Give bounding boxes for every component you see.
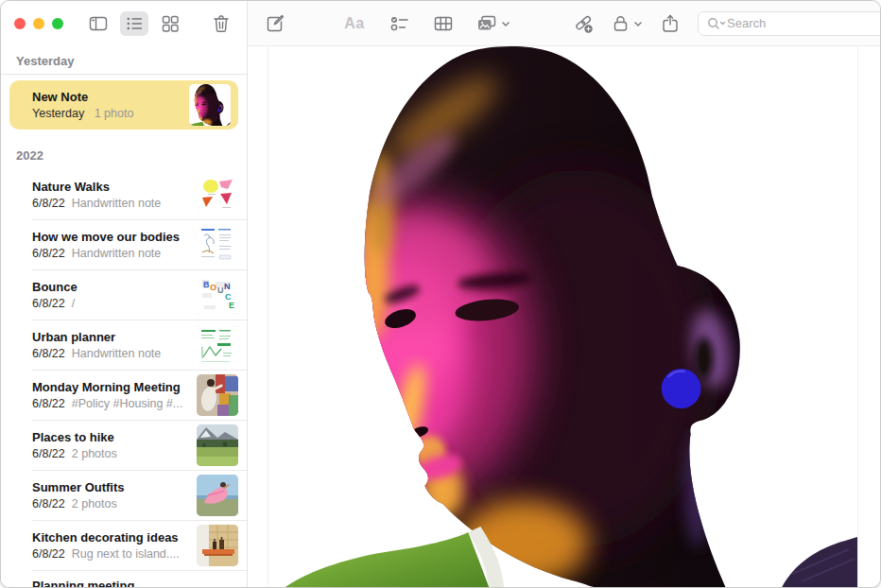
traffic-lights <box>14 18 63 29</box>
note-date: Yesterday <box>32 107 84 120</box>
note-title: How we move our bodies <box>32 230 189 245</box>
note-content-area[interactable] <box>248 46 880 587</box>
delete-note-button[interactable] <box>207 11 235 36</box>
toolbar-sidebar-section <box>1 1 248 46</box>
list-item[interactable]: Summer Outfits 6/8/222 photos <box>1 471 247 520</box>
note-thumbnail <box>189 84 231 126</box>
link-add-icon <box>572 12 595 35</box>
note-thumbnail <box>197 224 238 266</box>
compose-icon <box>264 12 286 35</box>
note-preview: Handwritten note <box>72 247 162 260</box>
thumb-letter: U <box>217 285 224 295</box>
note-thumbnail <box>197 174 238 216</box>
note-title: Summer Outfits <box>32 480 189 495</box>
portrait-photo <box>268 46 857 587</box>
note-preview: / <box>72 297 75 310</box>
list-item[interactable]: Nature Walks 6/8/22Handwritten note <box>1 170 247 219</box>
photos-icon <box>475 12 512 35</box>
note-list-sidebar: Yesterday New Note Yesterday 1 photo 202… <box>1 46 248 587</box>
table-button[interactable] <box>429 11 458 36</box>
note-preview: 2 photos <box>72 497 117 510</box>
note-preview: 2 photos <box>72 447 117 460</box>
lock-button[interactable] <box>611 11 647 36</box>
section-header: 2022 <box>1 130 247 170</box>
share-icon <box>659 12 682 35</box>
list-item[interactable]: Monday Morning Meeting 6/8/22#Policy #Ho… <box>1 371 247 420</box>
chevron-down-icon <box>503 23 509 26</box>
share-button[interactable] <box>656 11 684 36</box>
photo-attachment[interactable] <box>268 46 858 587</box>
thumb-letter: N <box>224 282 231 291</box>
note-title: Bounce <box>32 280 189 295</box>
search-icon <box>706 16 727 31</box>
toolbar: Aa <box>1 1 880 46</box>
note-title: Nature Walks <box>32 180 189 195</box>
note-preview: Rug next to island.... <box>72 547 180 561</box>
note-date: 6/8/22 <box>32 197 65 210</box>
gallery-view-icon <box>159 12 181 35</box>
list-item[interactable]: Urban planner 6/8/22Handwritten note <box>1 320 247 370</box>
section-header: Yesterday <box>1 46 247 74</box>
toolbar-note-section: Aa <box>248 1 881 46</box>
note-thumbnail <box>197 374 238 416</box>
note-title: Monday Morning Meeting <box>32 380 189 395</box>
table-icon <box>432 12 455 35</box>
format-label: Aa <box>344 15 364 32</box>
list-item[interactable]: Bounce 6/8/22/ B O U N C E <box>1 270 247 320</box>
minimize-button[interactable] <box>33 18 44 29</box>
note-preview: Handwritten note <box>72 347 162 360</box>
thumb-letter: B <box>203 280 210 289</box>
note-thumbnail: B O U N C E <box>197 274 238 316</box>
search-input[interactable] <box>727 16 881 30</box>
thumb-letter: O <box>210 283 216 292</box>
thumb-letter: E <box>229 301 234 310</box>
list-item[interactable]: Kitchen decorating ideas 6/8/22Rug next … <box>1 521 247 570</box>
add-link-button[interactable] <box>569 11 597 36</box>
note-date: 6/8/22 <box>32 447 65 460</box>
note-title: Planning meeting <box>32 579 231 587</box>
list-view-icon <box>123 12 146 35</box>
new-note-button[interactable] <box>261 11 289 36</box>
note-thumbnail <box>197 424 238 466</box>
list-item[interactable]: How we move our bodies 6/8/22Handwritten… <box>1 220 247 269</box>
note-title: Urban planner <box>32 330 189 345</box>
note-date: 6/8/22 <box>32 397 65 410</box>
close-button[interactable] <box>14 18 26 29</box>
media-button[interactable] <box>475 11 512 36</box>
search-field[interactable] <box>698 11 881 36</box>
list-view-button[interactable] <box>120 11 148 36</box>
note-preview: #Policy #Housing #... <box>72 397 182 410</box>
list-item[interactable]: Planning meeting <box>1 571 247 587</box>
zoom-button[interactable] <box>52 18 63 29</box>
note-date: 6/8/22 <box>32 547 65 561</box>
note-preview: 1 photo <box>95 107 134 120</box>
list-item[interactable]: Places to hike 6/8/222 photos <box>1 421 247 470</box>
toggle-sidebar-button[interactable] <box>84 11 112 36</box>
note-title: Kitchen decorating ideas <box>32 530 189 545</box>
chevron-down-icon <box>635 23 641 26</box>
trash-icon <box>210 12 233 35</box>
note-date: 6/8/22 <box>32 347 65 360</box>
note-thumbnail <box>197 525 238 566</box>
note-title: Places to hike <box>32 430 189 445</box>
format-button[interactable]: Aa <box>340 11 369 36</box>
note-thumbnail <box>197 324 238 366</box>
lock-icon <box>611 12 647 35</box>
note-title: New Note <box>32 90 181 105</box>
sidebar-icon <box>87 12 110 35</box>
note-date: 6/8/22 <box>32 297 65 310</box>
divider <box>1 74 247 75</box>
checklist-icon <box>389 12 411 35</box>
note-date: 6/8/22 <box>32 247 65 260</box>
note-date: 6/8/22 <box>32 497 65 510</box>
note-preview: Handwritten note <box>72 197 162 210</box>
list-item-selected[interactable]: New Note Yesterday 1 photo <box>9 80 238 130</box>
gallery-view-button[interactable] <box>156 11 184 36</box>
checklist-button[interactable] <box>386 11 414 36</box>
notes-window: Aa <box>0 0 881 588</box>
note-thumbnail <box>197 475 238 516</box>
